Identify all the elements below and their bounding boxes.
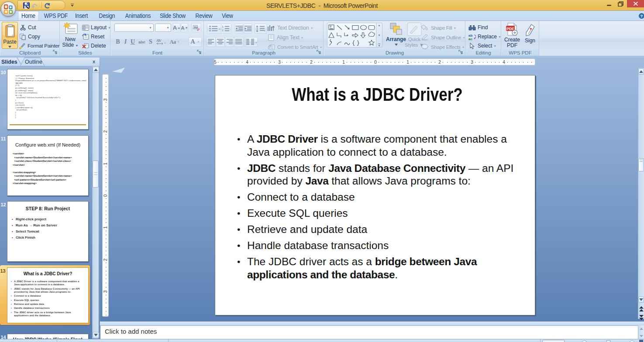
svg-text:▼: ▼	[255, 41, 257, 44]
svg-text:?: ?	[641, 14, 643, 18]
svg-text:PDF: PDF	[506, 27, 515, 31]
svg-text:AV: AV	[156, 38, 162, 43]
svg-text:▼: ▼	[263, 30, 265, 32]
svg-text:▼: ▼	[164, 42, 166, 44]
svg-text:▼: ▼	[218, 28, 220, 31]
svg-text:ac: ac	[468, 37, 472, 40]
svg-text:Aa: Aa	[194, 26, 198, 29]
